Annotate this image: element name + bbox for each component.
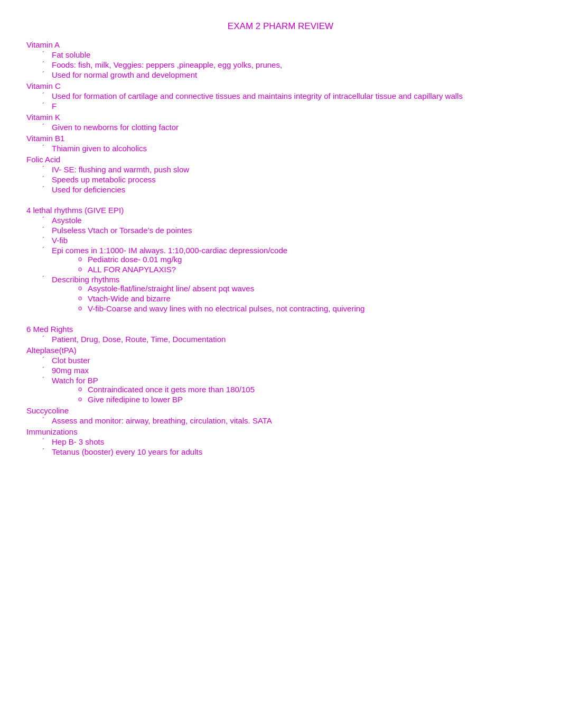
section-header-lethal-rhythms: 4 lethal rhythms (GIVE EPI)	[26, 206, 535, 215]
sublist: Asystole-flat/line/straight line/ absent…	[78, 284, 535, 313]
list-item: Fat soluble	[42, 50, 535, 59]
list-item: Pulseless Vtach or Torsade’s de pointes	[42, 226, 535, 235]
section-header-vitamin-c: Vitamin C	[26, 81, 535, 90]
list-item: Describing rhythmsAsystole-flat/line/str…	[42, 275, 535, 313]
list-item: Used for normal growth and development	[42, 70, 535, 79]
list-item: Watch for BPContraindicated once it gets…	[42, 376, 535, 404]
list-item: Assess and monitor: airway, breathing, c…	[42, 416, 535, 425]
list-med-rights: Patient, Drug, Dose, Route, Time, Docume…	[42, 335, 535, 344]
list-item: Patient, Drug, Dose, Route, Time, Docume…	[42, 335, 535, 344]
page-title: EXAM 2 PHARM REVIEW	[26, 21, 535, 32]
list-vitamin-a: Fat solubleFoods: fish, milk, Veggies: p…	[42, 50, 535, 79]
section-header-alteplase: Alteplase(tPA)	[26, 346, 535, 355]
list-item: ALL FOR ANAPYLAXIS?	[78, 265, 535, 274]
list-item: Asystole	[42, 216, 535, 225]
list-item: F	[42, 102, 535, 110]
section-header-med-rights: 6 Med Rights	[26, 325, 535, 334]
list-item: Contraindicated once it gets more than 1…	[78, 385, 535, 394]
list-item: Speeds up metabolic process	[42, 175, 535, 184]
list-item: Tetanus (booster) every 10 years for adu…	[42, 447, 535, 456]
list-item: IV- SE: flushing and warmth, push slow	[42, 165, 535, 174]
list-item: Vtach-Wide and bizarre	[78, 294, 535, 303]
sublist: Pediatric dose- 0.01 mg/kgALL FOR ANAPYL…	[78, 255, 535, 274]
section-header-immunizations: Immunizations	[26, 427, 535, 436]
list-item: Give nifedipine to lower BP	[78, 395, 535, 404]
list-vitamin-k: Given to newborns for clotting factor	[42, 123, 535, 132]
list-item: 90mg max	[42, 366, 535, 375]
section-header-vitamin-b1: Vitamin B1	[26, 134, 535, 143]
list-lethal-rhythms: AsystolePulseless Vtach or Torsade’s de …	[42, 216, 535, 313]
list-immunizations: Hep B- 3 shotsTetanus (booster) every 10…	[42, 437, 535, 456]
section-header-vitamin-a: Vitamin A	[26, 40, 535, 49]
spacer	[26, 195, 535, 204]
spacer	[26, 314, 535, 322]
list-folic-acid: IV- SE: flushing and warmth, push slowSp…	[42, 165, 535, 194]
list-vitamin-b1: Thiamin given to alcoholics	[42, 144, 535, 153]
list-item: Asystole-flat/line/straight line/ absent…	[78, 284, 535, 293]
list-item: Used for deficiencies	[42, 185, 535, 194]
section-header-vitamin-k: Vitamin K	[26, 113, 535, 122]
list-succycoline: Assess and monitor: airway, breathing, c…	[42, 416, 535, 425]
list-item: V-fib	[42, 236, 535, 245]
list-item: Used for formation of cartilage and conn…	[42, 91, 535, 100]
section-header-folic-acid: Folic Acid	[26, 155, 535, 164]
list-item: Hep B- 3 shots	[42, 437, 535, 446]
list-item: Given to newborns for clotting factor	[42, 123, 535, 132]
list-item: Thiamin given to alcoholics	[42, 144, 535, 153]
section-header-succycoline: Succycoline	[26, 406, 535, 415]
list-item: Foods: fish, milk, Veggies: peppers ,pin…	[42, 60, 535, 69]
list-item: Clot buster	[42, 356, 535, 365]
content-area: Vitamin AFat solubleFoods: fish, milk, V…	[26, 40, 535, 456]
list-item: V-fib-Coarse and wavy lines with no elec…	[78, 304, 535, 313]
sublist: Contraindicated once it gets more than 1…	[78, 385, 535, 404]
list-alteplase: Clot buster90mg maxWatch for BPContraind…	[42, 356, 535, 404]
list-vitamin-c: Used for formation of cartilage and conn…	[42, 91, 535, 110]
list-item: Pediatric dose- 0.01 mg/kg	[78, 255, 535, 264]
list-item: Epi comes in 1:1000- IM always. 1:10,000…	[42, 246, 535, 274]
